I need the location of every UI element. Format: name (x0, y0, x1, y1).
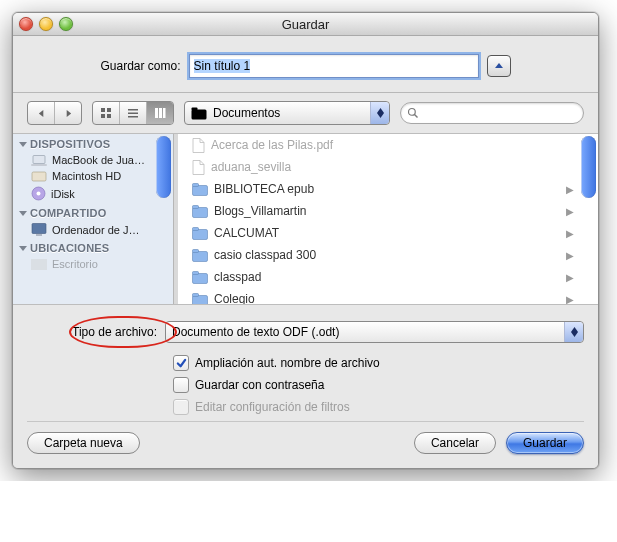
file-type-popup[interactable]: Documento de texto ODF (.odt) (165, 321, 584, 343)
file-name: aduana_sevilla (211, 160, 291, 174)
search-input[interactable] (423, 105, 577, 121)
svg-rect-28 (193, 251, 208, 261)
folder-icon (192, 183, 208, 196)
view-icons-button[interactable] (93, 102, 119, 124)
file-row[interactable]: Blogs_Villamartin▶ (174, 200, 598, 222)
chevron-up-icon (494, 61, 504, 71)
search-icon (407, 107, 419, 119)
minimize-window-button[interactable] (39, 17, 53, 31)
titlebar[interactable]: Guardar (13, 13, 598, 36)
save-dialog[interactable]: Guardar Guardar como: (12, 12, 599, 469)
password-checkbox[interactable]: Guardar con contraseña (173, 377, 584, 393)
search-field[interactable] (400, 102, 584, 124)
file-column[interactable]: Acerca de las Pilas.pdfaduana_sevillaBIB… (174, 134, 598, 304)
file-row[interactable]: classpad▶ (174, 266, 598, 288)
file-row[interactable]: Colegio▶ (174, 288, 598, 304)
svg-rect-30 (193, 273, 208, 283)
filename-input[interactable] (189, 54, 479, 78)
svg-rect-8 (159, 108, 162, 118)
svg-rect-21 (31, 259, 47, 270)
chevron-right-icon: ▶ (566, 294, 592, 305)
checkbox-icon (173, 377, 189, 393)
svg-rect-6 (128, 116, 138, 118)
zoom-window-button[interactable] (59, 17, 73, 31)
sidebar-group-devices[interactable]: DISPOSITIVOS (13, 134, 173, 152)
nav-back-button[interactable] (28, 102, 54, 124)
svg-rect-1 (107, 108, 111, 112)
sidebar-group-places[interactable]: UBICACIONES (13, 238, 173, 256)
file-name: Acerca de las Pilas.pdf (211, 138, 333, 152)
svg-rect-11 (192, 107, 198, 110)
triangle-down-icon (19, 142, 27, 147)
file-name: BIBLIOTECA epub (214, 182, 314, 196)
sidebar-scrollbar[interactable] (156, 136, 171, 198)
sidebar-group-shared[interactable]: COMPARTIDO (13, 203, 173, 221)
sidebar-item-macintosh-hd[interactable]: Macintosh HD (13, 168, 173, 184)
svg-rect-22 (193, 185, 208, 195)
file-row[interactable]: CALCUMAT▶ (174, 222, 598, 244)
new-folder-button[interactable]: Carpeta nueva (27, 432, 140, 454)
save-button[interactable]: Guardar (506, 432, 584, 454)
svg-rect-20 (36, 234, 42, 236)
svg-rect-7 (155, 108, 158, 118)
svg-rect-23 (193, 183, 199, 186)
filelist-scrollbar[interactable] (581, 136, 596, 198)
view-list-button[interactable] (119, 102, 146, 124)
sidebar[interactable]: DISPOSITIVOS MacBook de Jua… Macintosh H… (13, 134, 174, 304)
cancel-button[interactable]: Cancelar (414, 432, 496, 454)
svg-point-12 (409, 109, 416, 116)
idisk-icon (31, 186, 46, 201)
svg-line-13 (415, 115, 418, 118)
svg-rect-19 (32, 224, 46, 234)
close-window-button[interactable] (19, 17, 33, 31)
sidebar-item-idisk[interactable]: iDisk (13, 184, 173, 203)
svg-rect-4 (128, 109, 138, 111)
chevron-right-icon: ▶ (566, 250, 592, 261)
nav-forward-button[interactable] (54, 102, 81, 124)
triangle-down-icon (19, 246, 27, 251)
filters-checkbox: Editar configuración de filtros (173, 399, 584, 415)
browser-toolbar: Documentos (13, 93, 598, 133)
svg-rect-3 (107, 114, 111, 118)
svg-rect-2 (101, 114, 105, 118)
grid-icon (100, 107, 112, 119)
svg-rect-31 (193, 271, 199, 274)
location-label: Documentos (213, 106, 364, 120)
auto-extension-checkbox[interactable]: Ampliación aut. nombre de archivo (173, 355, 584, 371)
laptop-icon (31, 155, 47, 166)
folder-icon (191, 107, 207, 120)
file-row[interactable]: BIBLIOTECA epub▶ (174, 178, 598, 200)
svg-rect-27 (193, 227, 199, 230)
desktop-icon (31, 259, 47, 270)
file-row[interactable]: casio classpad 300▶ (174, 244, 598, 266)
checkbox-icon (173, 399, 189, 415)
svg-rect-15 (31, 164, 47, 166)
svg-point-18 (37, 192, 41, 196)
window-title: Guardar (13, 17, 598, 32)
view-switcher[interactable] (92, 101, 174, 125)
nav-back-forward[interactable] (27, 101, 82, 125)
svg-rect-33 (193, 293, 199, 296)
svg-rect-0 (101, 108, 105, 112)
popup-arrows-icon (370, 102, 389, 124)
location-popup[interactable]: Documentos (184, 101, 390, 125)
file-type-label: Tipo de archivo: (72, 325, 157, 339)
chevron-right-icon: ▶ (566, 228, 592, 239)
sidebar-item-shared-computer[interactable]: Ordenador de J… (13, 221, 173, 238)
popup-arrows-icon (564, 322, 583, 342)
view-columns-button[interactable] (146, 102, 173, 124)
chevron-right-icon: ▶ (566, 206, 592, 217)
folder-icon (192, 249, 208, 262)
svg-rect-24 (193, 207, 208, 217)
sidebar-item-macbook[interactable]: MacBook de Jua… (13, 152, 173, 168)
svg-rect-32 (193, 295, 208, 304)
file-name: casio classpad 300 (214, 248, 316, 262)
save-as-label: Guardar como: (100, 59, 180, 73)
file-name: CALCUMAT (214, 226, 279, 240)
svg-rect-14 (33, 155, 45, 163)
expand-dialog-button[interactable] (487, 55, 511, 77)
list-icon (127, 107, 139, 119)
svg-rect-29 (193, 249, 199, 252)
chevron-right-icon: ▶ (566, 272, 592, 283)
sidebar-item-desktop[interactable]: Escritorio (13, 256, 173, 272)
